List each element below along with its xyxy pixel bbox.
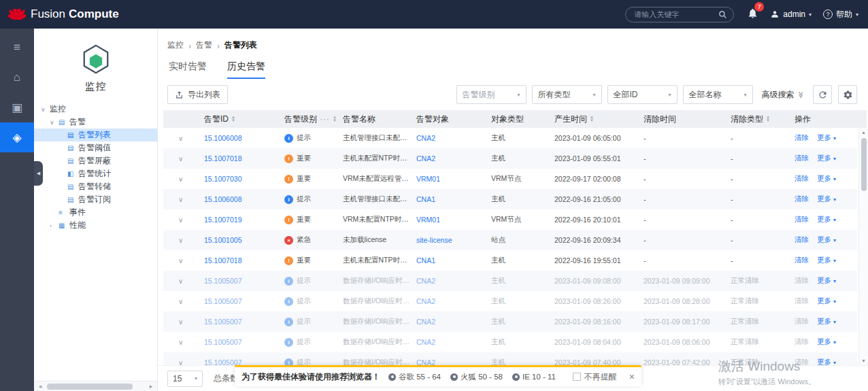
scroll-up-icon[interactable]: ▲ <box>861 128 866 137</box>
tree-item-alarm-mask[interactable]: ▤告警屏蔽 <box>34 154 157 167</box>
row-expand-icon[interactable]: ∨ <box>178 196 183 203</box>
alarm-object-link[interactable]: CNA2 <box>416 338 435 346</box>
notifications-button[interactable]: 7 <box>747 7 758 22</box>
clear-action-link[interactable]: 清除 <box>795 235 809 245</box>
dont-remind-checkbox[interactable] <box>573 373 581 381</box>
alarm-object-link[interactable]: CNA2 <box>416 134 435 142</box>
scrollbar-thumb[interactable] <box>861 138 867 191</box>
more-action-link[interactable]: 更多▾ <box>817 215 836 224</box>
more-action-link[interactable]: 更多▾ <box>817 174 836 184</box>
more-action-link[interactable]: 更多▾ <box>817 256 836 265</box>
global-search[interactable] <box>625 7 734 22</box>
more-action-link[interactable]: 更多▾ <box>817 133 836 143</box>
alarm-object-link[interactable]: CNA2 <box>416 318 435 326</box>
more-action-link[interactable]: 更多▾ <box>817 296 836 306</box>
alarm-id-link[interactable]: 15.1007018 <box>204 256 241 265</box>
page-size-select[interactable]: 15 ▾ <box>167 371 203 387</box>
banner-close-icon[interactable]: × <box>629 371 635 382</box>
alarm-id-link[interactable]: 15.1005007 <box>204 358 241 365</box>
tree-item-performance[interactable]: ›▦性能 <box>34 219 157 232</box>
search-input[interactable] <box>634 10 718 18</box>
more-action-link[interactable]: 更多▾ <box>817 235 836 245</box>
row-expand-icon[interactable]: ∨ <box>178 237 183 244</box>
scroll-right-icon[interactable]: ▸ <box>147 383 155 390</box>
clear-action-link[interactable]: 清除 <box>795 133 809 143</box>
column-created[interactable]: 产生时间▲▼ <box>549 110 638 128</box>
export-list-button[interactable]: 导出列表 <box>167 85 228 104</box>
clear-action-link[interactable]: 清除 <box>795 256 809 265</box>
refresh-button[interactable] <box>813 85 832 104</box>
alarm-object-link[interactable]: VRM01 <box>416 175 440 183</box>
tab-realtime[interactable]: 实时告警 <box>169 61 207 79</box>
rail-item-resource[interactable]: ◈ <box>0 122 34 152</box>
filter-type[interactable]: 所有类型▾ <box>532 85 602 104</box>
alarm-object-link[interactable]: CNA2 <box>416 154 435 163</box>
table-vertical-scrollbar[interactable]: ▲ ▼ <box>858 128 868 365</box>
scrollbar-thumb[interactable] <box>47 384 133 390</box>
help-menu[interactable]: ? 帮助 ▾ <box>823 9 858 20</box>
tree-caret-icon[interactable]: ∨ <box>41 106 50 113</box>
breadcrumb-item[interactable]: 告警 <box>196 39 212 51</box>
row-expand-icon[interactable]: ∨ <box>178 257 183 265</box>
alarm-id-link[interactable]: 15.1007018 <box>204 154 241 163</box>
clear-action-link[interactable]: 清除 <box>795 174 809 184</box>
search-icon[interactable] <box>718 10 727 19</box>
clear-action-link[interactable]: 清除 <box>795 154 809 163</box>
row-expand-icon[interactable]: ∨ <box>178 135 183 142</box>
tree-item-alarm-list[interactable]: ▤告警列表 <box>34 129 157 141</box>
clear-action-link[interactable]: 清除 <box>795 194 809 204</box>
row-expand-icon[interactable]: ∨ <box>178 216 183 224</box>
filter-dots-icon[interactable]: ··· <box>320 114 330 124</box>
alarm-id-link[interactable]: 15.1005007 <box>204 277 241 285</box>
breadcrumb-item[interactable]: 监控 <box>167 39 184 51</box>
row-expand-icon[interactable]: ∨ <box>178 298 183 305</box>
alarm-object-link[interactable]: CNA2 <box>416 277 435 285</box>
more-action-link[interactable]: 更多▾ <box>817 317 836 326</box>
row-expand-icon[interactable]: ∨ <box>178 359 183 366</box>
tree-item-alarm-dump[interactable]: ▤告警转储 <box>34 180 157 193</box>
alarm-id-link[interactable]: 15.1001005 <box>204 236 241 244</box>
row-expand-icon[interactable]: ∨ <box>178 175 183 183</box>
rail-item-menu[interactable]: ≡ <box>0 33 34 63</box>
row-expand-icon[interactable]: ∨ <box>178 277 183 285</box>
tree-item-monitor-root[interactable]: ∨监控 <box>34 103 157 116</box>
column-level[interactable]: 告警级别···▲▼ <box>279 110 337 128</box>
alarm-object-link[interactable]: CNA1 <box>416 256 435 265</box>
alarm-object-link[interactable]: VRM01 <box>416 216 440 224</box>
scroll-down-icon[interactable]: ▼ <box>861 356 866 365</box>
alarm-object-link[interactable]: CNA2 <box>416 358 435 365</box>
settings-button[interactable] <box>838 85 857 104</box>
tree-item-alarm-stats[interactable]: ◧告警统计 <box>34 167 157 180</box>
scroll-left-icon[interactable]: ◂ <box>36 383 44 390</box>
sort-icon[interactable]: ▲▼ <box>333 116 337 122</box>
alarm-object-link[interactable]: CNA2 <box>416 297 435 305</box>
row-expand-icon[interactable]: ∨ <box>178 318 183 326</box>
alarm-object-link[interactable]: site-license <box>416 236 452 244</box>
sort-icon[interactable]: ▲▼ <box>231 116 235 122</box>
row-expand-icon[interactable]: ∨ <box>178 155 183 163</box>
advanced-search[interactable]: 高级搜索 ≫ <box>762 89 804 101</box>
tree-caret-icon[interactable]: › <box>50 222 59 229</box>
alarm-id-link[interactable]: 15.1005007 <box>204 318 241 326</box>
filter-id[interactable]: 全部ID▾ <box>607 85 678 104</box>
alarm-id-link[interactable]: 15.1007030 <box>204 175 241 183</box>
more-action-link[interactable]: 更多▾ <box>817 358 836 365</box>
alarm-id-link[interactable]: 15.1007019 <box>204 216 241 224</box>
more-action-link[interactable]: 更多▾ <box>817 337 836 347</box>
filter-name[interactable]: 全部名称▾ <box>683 85 753 104</box>
filter-level[interactable]: 告警级别▾ <box>456 85 527 104</box>
more-action-link[interactable]: 更多▾ <box>817 194 836 204</box>
sidebar-collapse-button[interactable]: ◀ <box>34 161 43 186</box>
alarm-id-link[interactable]: 15.1005007 <box>204 338 241 346</box>
row-expand-icon[interactable]: ∨ <box>178 339 183 346</box>
sort-icon[interactable]: ▲▼ <box>590 116 594 122</box>
tab-history[interactable]: 历史告警 <box>227 61 265 79</box>
more-action-link[interactable]: 更多▾ <box>817 276 836 286</box>
tree-item-alarm[interactable]: ∨▤告警 <box>34 116 157 129</box>
tree-caret-icon[interactable]: ∨ <box>50 119 59 126</box>
column-cleartype[interactable]: 清除类型▲▼ <box>725 110 789 128</box>
sidebar-horizontal-scrollbar[interactable]: ◂ ▸ <box>34 381 157 391</box>
tree-item-alarm-subscription[interactable]: ▤告警订阅 <box>34 193 157 206</box>
more-action-link[interactable]: 更多▾ <box>817 154 836 163</box>
tree-item-alarm-threshold[interactable]: ▤告警阈值 <box>34 141 157 154</box>
